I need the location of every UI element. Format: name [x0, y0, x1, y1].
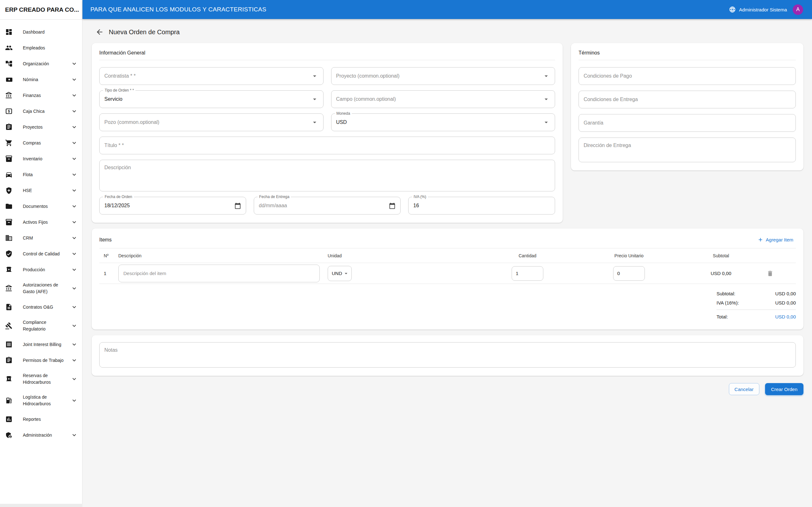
box-icon	[5, 155, 13, 163]
descripcion-field[interactable]	[99, 160, 555, 191]
app-bar: PARA QUE ANALICEN LOS MODULOS Y CARACTER…	[83, 0, 812, 19]
moneda-select[interactable]: Moneda USD	[331, 113, 555, 131]
agregar-item-button[interactable]: Agregar Item	[755, 235, 796, 244]
notas-field[interactable]	[99, 342, 796, 368]
building-icon	[5, 234, 13, 242]
condiciones-de-entrega-field[interactable]	[578, 91, 796, 108]
sidebar-item-organizacion[interactable]: Organización	[0, 56, 82, 72]
item-precio-field[interactable]	[613, 266, 645, 281]
language-globe-icon[interactable]	[729, 6, 736, 13]
iva-input[interactable]	[413, 203, 550, 209]
sidebar-item-compras[interactable]: Compras	[0, 135, 82, 151]
sidebar-item-administracion[interactable]: Administración	[0, 427, 82, 443]
condiciones-de-pago-input[interactable]	[583, 73, 791, 79]
garantia-field[interactable]	[578, 114, 796, 132]
dropdown-caret-icon	[542, 118, 550, 126]
divider	[716, 309, 796, 310]
proyecto-select[interactable]: Proyecto (common.optional)	[331, 67, 555, 85]
condiciones-de-pago-field[interactable]	[578, 67, 796, 85]
chevron-down-icon	[71, 108, 78, 115]
direccion-de-entrega-textarea[interactable]	[583, 143, 791, 154]
sidebar-item-proyectos[interactable]: Proyectos	[0, 119, 82, 135]
sidebar-item-flota[interactable]: Flota	[0, 167, 82, 182]
descripcion-textarea[interactable]	[104, 165, 550, 176]
people-icon	[5, 44, 13, 52]
sidebar-item-finanzas[interactable]: Finanzas	[0, 88, 82, 103]
col-precio-unitario: Precio Unitario	[614, 253, 644, 258]
dashboard-icon	[5, 28, 13, 36]
contratista-select[interactable]: Contratista * *	[99, 67, 323, 85]
items-header: Items Agregar Item	[99, 235, 796, 248]
pozo-select[interactable]: Pozo (common.optional)	[99, 113, 323, 131]
chevron-down-icon	[71, 397, 78, 404]
item-subtotal: USD 0,00	[711, 271, 731, 276]
page-content: Nueva Orden de Compra Información Genera…	[83, 19, 812, 395]
sidebar-item-permisos[interactable]: Permisos de Trabajo	[0, 352, 82, 368]
cancelar-button[interactable]: Cancelar	[729, 383, 759, 395]
chevron-down-icon	[71, 357, 78, 364]
chevron-down-icon	[71, 155, 78, 162]
chevron-down-icon	[71, 266, 78, 273]
sidebar-item-produccion[interactable]: Producción	[0, 262, 82, 278]
sidebar-item-activos-fijos[interactable]: Activos Fijos	[0, 214, 82, 230]
chevron-down-icon	[71, 60, 78, 67]
item-unidad-select[interactable]: UND	[328, 266, 352, 281]
oil-barrel-icon	[5, 375, 13, 383]
fecha-de-entrega-field[interactable]: Fecha de Entrega dd/mm/aaaa	[254, 197, 401, 215]
sidebar-item-contratos-og[interactable]: Contratos O&G	[0, 299, 82, 315]
item-cantidad-input[interactable]	[516, 271, 539, 276]
tipo-de-orden-select[interactable]: Tipo de Orden * * Servicio	[99, 90, 323, 108]
sidebar-item-afe[interactable]: Autorizaciones de Gasto (AFE)	[0, 278, 82, 299]
item-descripcion-input[interactable]	[123, 271, 315, 276]
page-title: Nueva Orden de Compra	[109, 29, 180, 36]
titulo-input[interactable]	[104, 143, 550, 148]
dropdown-caret-icon	[311, 72, 318, 80]
notas-textarea[interactable]	[104, 347, 791, 359]
chevron-down-icon	[71, 303, 78, 311]
sidebar-item-reportes[interactable]: Reportes	[0, 411, 82, 427]
sidebar-item-empleados[interactable]: Empleados	[0, 40, 82, 56]
page-header: Nueva Orden de Compra	[96, 28, 803, 36]
sidebar-item-dashboard[interactable]: Dashboard	[0, 24, 82, 40]
item-descripcion-field[interactable]	[118, 265, 320, 282]
item-cantidad-field[interactable]	[512, 266, 543, 281]
sidebar-item-crm[interactable]: CRM	[0, 230, 82, 246]
app-bar-right: Administrador Sistema A	[729, 4, 803, 15]
crear-orden-button[interactable]: Crear Orden	[765, 383, 803, 395]
sidebar-item-caja-chica[interactable]: Caja Chica	[0, 103, 82, 119]
sidebar-item-reservas[interactable]: Reservas de Hidrocarburos	[0, 368, 82, 390]
back-arrow-icon[interactable]	[96, 28, 104, 36]
chevron-down-icon	[71, 234, 78, 241]
campo-select[interactable]: Campo (common.optional)	[331, 90, 555, 108]
item-precio-input[interactable]	[617, 271, 641, 276]
sidebar-item-inventario[interactable]: Inventario	[0, 151, 82, 167]
sidebar-item-logistica[interactable]: Logística de Hidrocarburos	[0, 390, 82, 411]
car-icon	[5, 171, 13, 178]
informacion-general-title: Información General	[99, 50, 555, 60]
form-actions: Cancelar Crear Orden	[92, 383, 803, 395]
sidebar-item-documentos[interactable]: Documentos	[0, 199, 82, 214]
app-root: ERP CREADO PARA CO... Dashboard Empleado…	[0, 0, 812, 507]
titulo-field[interactable]	[99, 136, 555, 154]
fecha-de-orden-field[interactable]: Fecha de Orden 18/12/2025	[99, 197, 246, 215]
delete-trash-icon[interactable]	[767, 270, 774, 277]
garantia-input[interactable]	[583, 120, 791, 126]
bar-chart-icon	[5, 415, 13, 423]
cart-icon	[5, 139, 13, 147]
dropdown-caret-icon	[343, 270, 349, 277]
terminos-card: Términos	[571, 43, 803, 170]
chevron-down-icon	[71, 219, 78, 226]
main-area: PARA QUE ANALICEN LOS MODULOS Y CARACTER…	[83, 0, 812, 507]
direccion-de-entrega-field[interactable]	[578, 137, 796, 162]
informacion-general-card: Información General Contratista * * Proy…	[92, 43, 563, 223]
sidebar-item-hse[interactable]: HSE	[0, 182, 82, 199]
calendar-icon[interactable]	[235, 203, 241, 209]
sidebar-item-nomina[interactable]: Nómina	[0, 72, 82, 88]
condiciones-de-entrega-input[interactable]	[583, 97, 791, 102]
sidebar-item-jib[interactable]: Joint Interest Billing	[0, 337, 82, 352]
avatar[interactable]: A	[793, 4, 803, 15]
sidebar-item-compliance[interactable]: Compliance Regulatorio	[0, 315, 82, 337]
sidebar-item-control-calidad[interactable]: Control de Calidad	[0, 246, 82, 262]
iva-field[interactable]: IVA (%)	[408, 197, 555, 215]
calendar-icon[interactable]	[389, 203, 396, 209]
